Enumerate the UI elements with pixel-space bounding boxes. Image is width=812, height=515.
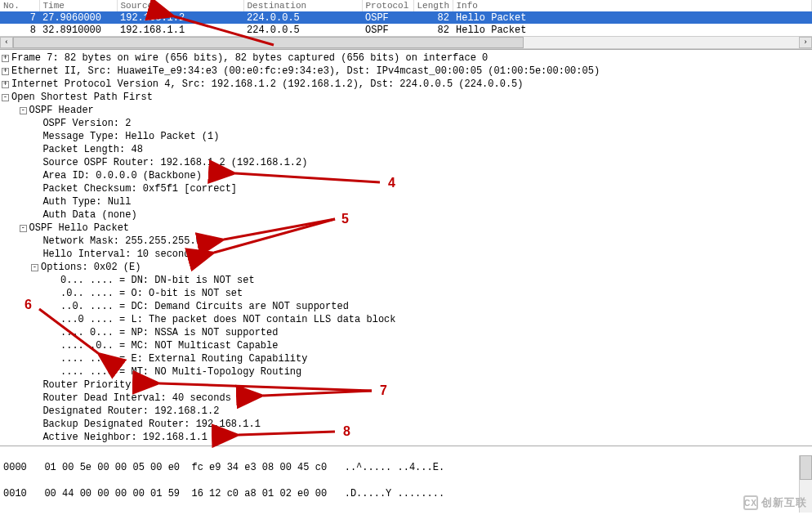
cell-info: Hello Packet <box>453 11 812 24</box>
scroll-left-icon[interactable]: ‹ <box>0 37 13 48</box>
collapse-icon[interactable]: - <box>2 94 9 101</box>
cell-protocol: OSPF <box>362 24 413 36</box>
table-row[interactable]: 7 27.9060000 192.168.1.2 224.0.0.5 OSPF … <box>0 11 812 24</box>
cell-time: 32.8910000 <box>39 24 117 36</box>
col-source[interactable]: Source <box>117 0 243 11</box>
scroll-track[interactable] <box>13 37 799 48</box>
cell-length: 82 <box>413 11 453 24</box>
packet-list-hscroll[interactable]: ‹ › <box>0 36 812 49</box>
scroll-thumb[interactable] <box>800 455 812 480</box>
detail-option-l[interactable]: ...0 .... = L: The packet does NOT conta… <box>2 313 812 326</box>
expand-icon[interactable]: + <box>2 81 9 88</box>
expand-icon[interactable]: + <box>2 68 9 75</box>
detail-msg-type[interactable]: Message Type: Hello Packet (1) <box>2 130 812 143</box>
detail-option-mc[interactable]: .... .0.. = MC: NOT Multicast Capable <box>2 339 812 352</box>
detail-option-e[interactable]: .... ..1. = E: External Routing Capabili… <box>2 352 812 365</box>
packet-table[interactable]: No. Time Source Destination Protocol Len… <box>0 0 812 36</box>
packet-details-pane[interactable]: +Frame 7: 82 bytes on wire (656 bits), 8… <box>0 50 812 446</box>
detail-area-id[interactable]: Area ID: 0.0.0.0 (Backbone) <box>2 169 812 182</box>
cell-source: 192.168.1.2 <box>117 11 243 24</box>
scroll-thumb[interactable] <box>13 37 524 48</box>
detail-pkt-length[interactable]: Packet Length: 48 <box>2 143 812 156</box>
col-no[interactable]: No. <box>0 0 39 11</box>
detail-option-dn[interactable]: 0... .... = DN: DN-bit is NOT set <box>2 274 812 287</box>
tree-item-eth[interactable]: +Ethernet II, Src: HuaweiTe_e9:34:e3 (00… <box>2 65 812 78</box>
detail-dr[interactable]: Designated Router: 192.168.1.2 <box>2 405 812 418</box>
detail-checksum[interactable]: Packet Checksum: 0xf5f1 [correct] <box>2 182 812 195</box>
detail-option-np[interactable]: .... 0... = NP: NSSA is NOT supported <box>2 326 812 339</box>
cell-length: 82 <box>413 24 453 36</box>
hex-pane[interactable]: 0000 01 00 5e 00 00 05 00 e0 fc e9 34 e3… <box>0 446 812 515</box>
tree-item-ospf[interactable]: -Open Shortest Path First <box>2 91 812 104</box>
cell-destination: 224.0.0.5 <box>243 24 362 36</box>
cell-no: 8 <box>0 24 39 36</box>
cell-destination: 224.0.0.5 <box>243 11 362 24</box>
cell-info: Hello Packet <box>453 24 812 36</box>
collapse-icon[interactable]: - <box>31 264 38 271</box>
tree-item-options[interactable]: -Options: 0x02 (E) <box>2 261 812 274</box>
collapse-icon[interactable]: - <box>20 107 27 114</box>
cell-source: 192.168.1.1 <box>117 24 243 36</box>
table-row[interactable]: 8 32.8910000 192.168.1.1 224.0.0.5 OSPF … <box>0 24 812 36</box>
tree-item-ip[interactable]: +Internet Protocol Version 4, Src: 192.1… <box>2 78 812 91</box>
detail-auth-type[interactable]: Auth Type: Null <box>2 195 812 208</box>
col-protocol[interactable]: Protocol <box>362 0 413 11</box>
detail-bdr[interactable]: Backup Designated Router: 192.168.1.1 <box>2 418 812 431</box>
hex-row[interactable]: 0000 01 00 5e 00 00 05 00 e0 fc e9 34 e3… <box>3 461 809 474</box>
col-length[interactable]: Length <box>413 0 453 11</box>
packet-table-header[interactable]: No. Time Source Destination Protocol Len… <box>0 0 812 11</box>
collapse-icon[interactable]: - <box>20 225 27 232</box>
col-time[interactable]: Time <box>39 0 117 11</box>
detail-dead-interval[interactable]: Router Dead Interval: 40 seconds <box>2 392 812 405</box>
detail-neighbor[interactable]: Active Neighbor: 192.168.1.1 <box>2 431 812 444</box>
tree-item-hello[interactable]: -OSPF Hello Packet <box>2 222 812 235</box>
detail-netmask[interactable]: Network Mask: 255.255.255.0 <box>2 235 812 248</box>
watermark: CX 创新互联 <box>743 495 807 510</box>
expand-icon[interactable]: + <box>2 55 9 62</box>
cell-time: 27.9060000 <box>39 11 117 24</box>
watermark-logo-icon: CX <box>743 495 758 510</box>
col-info[interactable]: Info <box>453 0 812 11</box>
col-destination[interactable]: Destination <box>243 0 362 11</box>
detail-src-router[interactable]: Source OSPF Router: 192.168.1.2 (192.168… <box>2 156 812 169</box>
detail-option-mt[interactable]: .... ...0 = MT: NO Multi-Topology Routin… <box>2 365 812 378</box>
tree-item-frame[interactable]: +Frame 7: 82 bytes on wire (656 bits), 8… <box>2 52 812 65</box>
hex-row[interactable]: 0010 00 44 00 00 00 00 01 59 16 12 c0 a8… <box>3 487 809 500</box>
detail-auth-data[interactable]: Auth Data (none) <box>2 208 812 222</box>
detail-option-dc[interactable]: ..0. .... = DC: Demand Circuits are NOT … <box>2 300 812 313</box>
watermark-text: 创新互联 <box>761 495 807 510</box>
detail-ospf-version[interactable]: OSPF Version: 2 <box>2 117 812 130</box>
scroll-right-icon[interactable]: › <box>799 37 812 48</box>
tree-item-ospf-header[interactable]: -OSPF Header <box>2 104 812 117</box>
detail-priority[interactable]: Router Priority: 1 <box>2 378 812 392</box>
cell-no: 7 <box>0 11 39 24</box>
cell-protocol: OSPF <box>362 11 413 24</box>
detail-hello-interval[interactable]: Hello Interval: 10 seconds <box>2 248 812 261</box>
detail-option-o[interactable]: .0.. .... = O: O-bit is NOT set <box>2 287 812 300</box>
packet-list-pane: No. Time Source Destination Protocol Len… <box>0 0 812 50</box>
